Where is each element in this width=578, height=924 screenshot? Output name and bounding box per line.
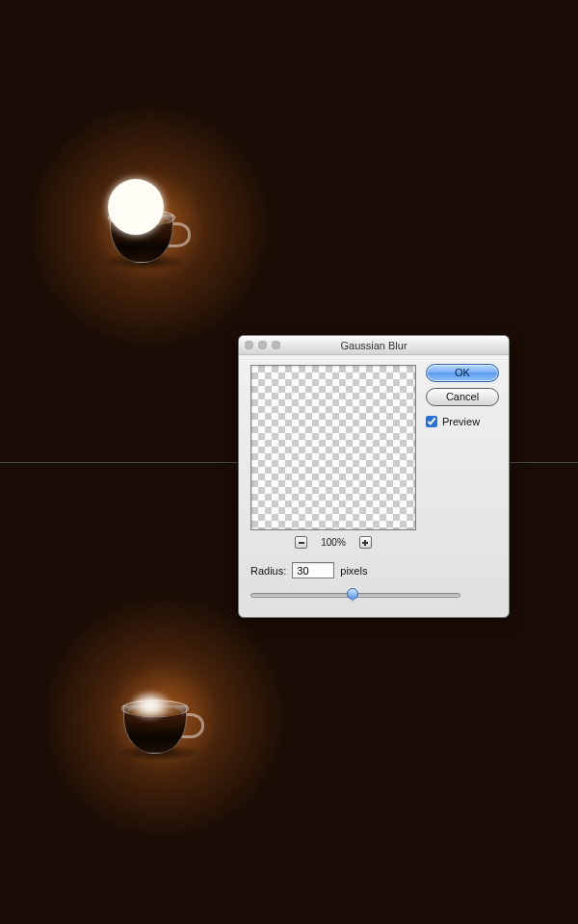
preview-checkbox[interactable] bbox=[426, 416, 437, 427]
svg-rect-0 bbox=[299, 542, 304, 544]
preview-checkbox-row[interactable]: Preview bbox=[426, 416, 499, 427]
cancel-button[interactable]: Cancel bbox=[426, 388, 499, 406]
highlight-blob-unblurred bbox=[108, 179, 164, 235]
radius-unit: pixels bbox=[340, 565, 367, 577]
preview-pane[interactable] bbox=[250, 365, 416, 530]
dialog-titlebar[interactable]: Gaussian Blur bbox=[239, 336, 509, 355]
traffic-light-icon bbox=[272, 341, 280, 349]
radius-slider[interactable] bbox=[250, 586, 460, 603]
radius-label: Radius: bbox=[250, 565, 286, 577]
dialog-content: 100% OK Cancel Preview Radius: pixels bbox=[239, 355, 509, 617]
ok-button[interactable]: OK bbox=[426, 364, 499, 382]
gaussian-blur-dialog: Gaussian Blur 100% OK Cancel Preview Rad… bbox=[238, 335, 510, 618]
window-controls bbox=[245, 341, 280, 349]
preview-checkbox-label: Preview bbox=[442, 416, 480, 427]
slider-thumb[interactable] bbox=[345, 586, 358, 602]
plus-icon bbox=[361, 539, 369, 547]
zoom-in-button[interactable] bbox=[359, 536, 372, 549]
radius-input[interactable] bbox=[292, 562, 334, 578]
dialog-title: Gaussian Blur bbox=[340, 340, 407, 351]
minus-icon bbox=[298, 539, 305, 547]
zoom-out-button[interactable] bbox=[295, 536, 307, 549]
traffic-light-icon bbox=[245, 341, 253, 349]
svg-rect-2 bbox=[364, 540, 366, 546]
highlight-blob-blurred bbox=[126, 688, 174, 723]
traffic-light-icon bbox=[258, 341, 267, 349]
zoom-level: 100% bbox=[321, 537, 346, 548]
